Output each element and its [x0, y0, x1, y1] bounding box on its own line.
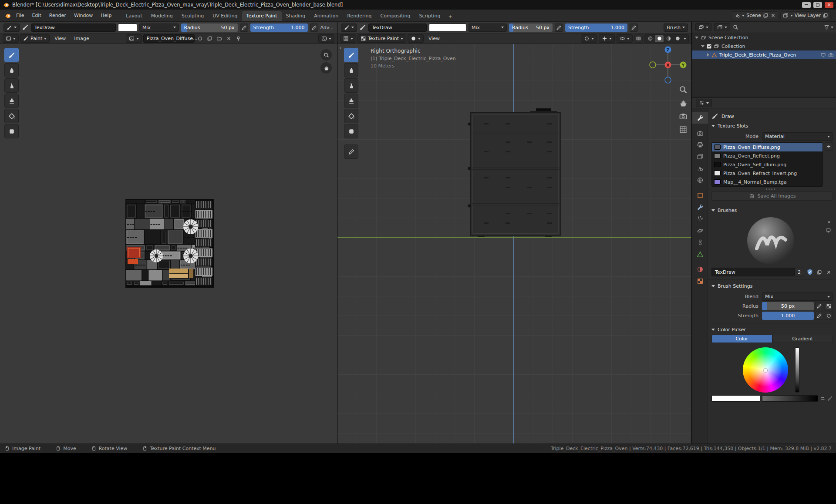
- color-wheel[interactable]: [743, 347, 788, 393]
- tool-mask[interactable]: [344, 124, 358, 138]
- region-collapse-arrow[interactable]: ‹: [339, 45, 341, 51]
- image-brush-name-field[interactable]: TexDraw: [31, 24, 116, 32]
- image-open-button[interactable]: [215, 34, 223, 43]
- tool-soften[interactable]: [4, 63, 19, 77]
- color-tab[interactable]: Color: [711, 335, 772, 343]
- tab-tool[interactable]: [692, 112, 708, 124]
- brushes-section-header[interactable]: Brushes: [708, 205, 833, 215]
- brush-browse-chevron[interactable]: [828, 222, 830, 223]
- image-unlink-button[interactable]: [225, 34, 233, 43]
- viewport-pan-button[interactable]: [679, 99, 688, 108]
- disable-in-render-toggle[interactable]: [828, 52, 834, 58]
- tool-mask[interactable]: [4, 124, 19, 138]
- tab-output[interactable]: [692, 139, 708, 151]
- viewport-zoom-button[interactable]: [679, 85, 688, 94]
- image-radius-slider[interactable]: Radius 50 px: [181, 24, 238, 32]
- xray-toggle[interactable]: [634, 34, 643, 43]
- close-button[interactable]: ×: [825, 2, 833, 8]
- menu-edit[interactable]: Edit: [28, 11, 45, 20]
- texture-slot-row[interactable]: Pizza_Oven_Self_illum.png: [712, 160, 823, 169]
- display-channels-dropdown[interactable]: [318, 34, 334, 43]
- tool-draw[interactable]: [4, 48, 19, 62]
- tab-particles[interactable]: [692, 213, 708, 225]
- viewport-radius-pressure-button[interactable]: [555, 24, 563, 32]
- image-editor[interactable]: [0, 44, 337, 444]
- tab-object-data[interactable]: [692, 248, 708, 260]
- save-all-images-button[interactable]: Save All Images: [711, 192, 833, 201]
- image-mode-dropdown[interactable]: Paint: [20, 34, 50, 43]
- strength-pressure-button[interactable]: [815, 312, 823, 320]
- search-icon[interactable]: [733, 24, 738, 30]
- editor-type-dropdown[interactable]: [696, 99, 712, 107]
- editor-type-dropdown[interactable]: [695, 23, 711, 31]
- image-pin-button[interactable]: [234, 34, 243, 43]
- gradient-tab[interactable]: Gradient: [772, 335, 833, 343]
- brush-popover[interactable]: Brush: [664, 24, 688, 32]
- viewport-radius-slider[interactable]: Radius 50 px: [509, 24, 553, 32]
- eyedropper-icon[interactable]: [827, 396, 833, 401]
- object-visibility-dropdown[interactable]: [581, 34, 597, 43]
- workspace-tab-texture-paint[interactable]: Texture Paint: [242, 11, 282, 21]
- workspace-tab-uv-editing[interactable]: UV Editing: [208, 11, 242, 21]
- tool-smear[interactable]: [344, 78, 358, 93]
- duplicate-brush-button[interactable]: [815, 268, 823, 276]
- list-resize-grip[interactable]: [708, 188, 833, 190]
- value-slider[interactable]: [795, 347, 799, 393]
- shading-solid-button[interactable]: [655, 35, 664, 42]
- shading-rendered-button[interactable]: [673, 35, 682, 42]
- viewport-3d[interactable]: ‹ Right Orthographic (1) Triple_Deck_Ele…: [337, 44, 691, 444]
- workspace-tab-layout[interactable]: Layout: [121, 11, 146, 21]
- image-pan-button[interactable]: [320, 62, 332, 74]
- image-browse-dropdown[interactable]: [126, 34, 142, 43]
- tool-soften[interactable]: [344, 63, 358, 77]
- viewport-brush-type-dropdown[interactable]: [341, 24, 357, 32]
- menu-render[interactable]: Render: [45, 11, 70, 20]
- workspace-tab-animation[interactable]: Animation: [310, 11, 343, 21]
- tab-modifiers[interactable]: [692, 201, 708, 213]
- tab-material[interactable]: [692, 263, 708, 275]
- outliner-display-mode-dropdown[interactable]: [714, 23, 730, 31]
- tab-object[interactable]: [692, 189, 708, 201]
- workspace-tab-scripting[interactable]: Scripting: [415, 11, 445, 21]
- tab-render[interactable]: [692, 127, 708, 139]
- workspace-tab-sculpting[interactable]: Sculpting: [177, 11, 208, 21]
- image-brush-type-dropdown[interactable]: [3, 24, 20, 32]
- hide-in-viewport-toggle[interactable]: [820, 52, 826, 58]
- pizza-oven-model[interactable]: [466, 107, 565, 237]
- viewport-brush-name-field[interactable]: TexDraw: [368, 24, 427, 32]
- minimize-button[interactable]: [802, 2, 811, 8]
- image-brush-color-swatch[interactable]: [118, 24, 137, 32]
- scene-selector[interactable]: Scene: [732, 11, 779, 20]
- outliner-row-scene-collection[interactable]: Scene Collection: [692, 33, 836, 42]
- tool-clone[interactable]: [4, 94, 19, 108]
- tab-constraints[interactable]: [692, 236, 708, 248]
- color-cursor[interactable]: [764, 369, 767, 372]
- tool-fill[interactable]: [344, 109, 358, 123]
- viewport-brush-color-swatch[interactable]: [429, 24, 466, 32]
- navigation-gizmo[interactable]: Z Y X: [647, 44, 689, 86]
- gizmos-dropdown[interactable]: [599, 34, 615, 43]
- slot-mode-dropdown[interactable]: Material: [762, 132, 833, 141]
- image-zoom-button[interactable]: [320, 49, 332, 60]
- radius-texture-button[interactable]: [825, 302, 833, 310]
- menu-file[interactable]: File: [12, 11, 28, 20]
- strength-slider[interactable]: 1.000: [762, 312, 814, 320]
- add-workspace-button[interactable]: +: [445, 12, 455, 21]
- gizmo-neg-z-axis[interactable]: [665, 77, 671, 83]
- filter-group[interactable]: [824, 24, 833, 30]
- texture-atlas-image[interactable]: [125, 199, 214, 288]
- radius-slider[interactable]: 50 px: [762, 302, 814, 310]
- blend-dropdown[interactable]: Mix: [762, 292, 833, 301]
- texture-slot-row[interactable]: Pizza_Oven_Reflect.png: [712, 151, 823, 160]
- maximize-button[interactable]: [813, 2, 822, 8]
- shading-options-chevron[interactable]: [684, 38, 686, 40]
- image-strength-slider[interactable]: Strength 1.000: [250, 24, 308, 32]
- viewport-strength-pressure-button[interactable]: [630, 24, 638, 32]
- brush-users-count[interactable]: 2: [794, 268, 804, 276]
- texture-slot-row[interactable]: Pizza_Oven_Diffuse.png: [712, 143, 823, 151]
- image-new-button[interactable]: [196, 34, 204, 43]
- texture-slots-section-header[interactable]: Texture Slots: [708, 121, 833, 131]
- blender-menu-icon[interactable]: [4, 12, 11, 19]
- fake-user-toggle[interactable]: [806, 268, 814, 276]
- brush-preview[interactable]: [747, 217, 794, 264]
